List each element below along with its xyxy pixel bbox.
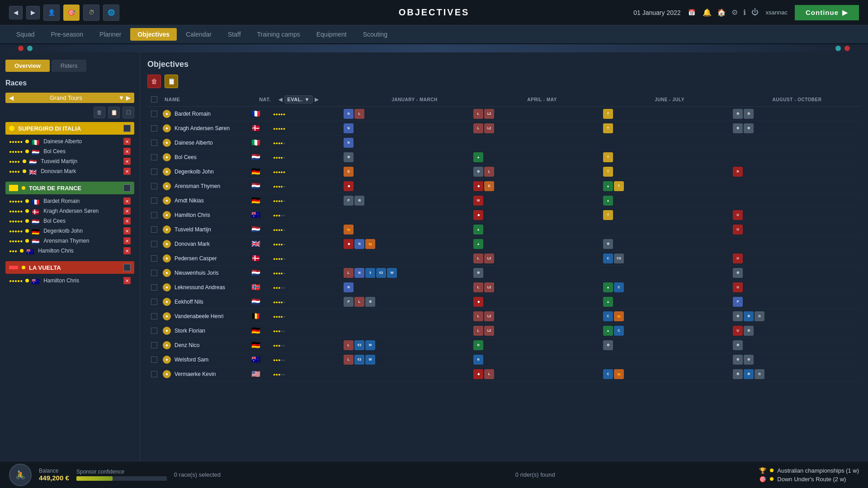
expand-icon[interactable]: ▼ [118,94,124,101]
row-checkbox[interactable] [151,299,157,305]
eval-selector[interactable]: Eval. ▼ [284,95,313,103]
race-badge: N [344,109,354,119]
remove-rider-btn[interactable]: ✕ [123,158,131,165]
tab-planner[interactable]: Planner [92,28,128,41]
info-icon[interactable]: ℹ [743,8,746,17]
rider-flag: 🇦🇺 [251,355,260,364]
select-all-checkbox[interactable] [151,96,157,103]
race-badge: W [365,340,375,350]
row-checkbox[interactable] [151,270,157,276]
row-checkbox[interactable] [151,140,157,146]
event-item-1: 🏆 Australian championships (1 w) [759,467,859,474]
delete-race-tool[interactable]: 🗑 [94,107,105,118]
row-checkbox[interactable] [151,313,157,319]
next-eval-icon[interactable]: ▶ [315,97,319,103]
row-eval-cell: ●●●●● [269,125,342,131]
race-rider-row: ●●●● 🇳🇱 Tusveld Martijn ✕ [5,156,134,166]
remove-rider-btn[interactable]: ✕ [123,168,131,175]
remove-rider-btn[interactable]: ✕ [123,138,131,145]
row-checkbox[interactable] [151,212,157,218]
row-checkbox[interactable] [151,125,157,131]
view-tab-overview[interactable]: Overview [5,60,50,72]
row-checkbox[interactable] [151,255,157,262]
remove-rider-btn[interactable]: ✕ [123,277,131,284]
row-checkbox[interactable] [151,226,157,233]
race-badge: U [733,253,743,263]
row-checkbox[interactable] [151,328,157,334]
prev-eval-icon[interactable]: ◀ [278,97,283,103]
table-row: ● Degenkolb John 🇩🇪 ●●●●● D⚙LTR [147,164,861,179]
row-checkbox[interactable] [151,371,157,377]
continue-button[interactable]: Continue ▶ [795,5,859,20]
row-checkbox[interactable] [151,183,157,189]
race-checkbox-vuelta[interactable] [123,264,131,271]
gear-icon[interactable]: ⚙ [731,8,738,17]
next-category-icon[interactable]: ▶ [126,94,131,101]
row-nat-cell: 🇳🇱 [242,153,269,161]
nav-tabs: Squad Pre-season Planner Objectives Cale… [0,25,868,44]
row-checkbox[interactable] [151,197,157,204]
race-badge: L [344,340,354,350]
rider-name: Nieuwenhuis Joris [175,270,218,276]
squad-nav-icon[interactable]: 👤 [43,5,60,21]
race-checkbox-tdf[interactable] [123,184,131,192]
race-category-selector[interactable]: ◀ Grand Tours ▼ ▶ [5,93,134,103]
forward-button[interactable]: ▶ [26,6,40,19]
row-checkbox[interactable] [151,241,157,247]
period-cell-1: N [472,338,601,352]
tab-calendar[interactable]: Calendar [179,28,219,41]
remove-rider-btn[interactable]: ✕ [123,197,131,205]
row-checkbox[interactable] [151,111,157,117]
tab-objectives[interactable]: Objectives [130,28,177,41]
top-bar-right: 01 January 2022 📅 🔔 🏠 ⚙ ℹ ⏻ xsannac Cont… [633,5,859,20]
remove-rider-btn[interactable]: ✕ [123,237,131,244]
row-periods-cell: ◆TU [342,208,861,222]
add-race-tool[interactable]: 📋 [108,107,120,118]
delete-obj-btn[interactable]: 🗑 [147,75,161,88]
rider-flag: 🇦🇺 [251,211,260,219]
row-checkbox[interactable] [151,169,157,175]
row-periods-cell: LL2▲CU⚙ [342,324,861,338]
view-tab-riders[interactable]: Riders [52,60,87,72]
race-rider-row: ●●●●● 🇩🇪 Degenkolb John ✕ [5,226,134,236]
globe-nav-icon[interactable]: 🌐 [103,5,119,21]
table-row: ● Tusveld Martijn 🇳🇱 ●●●●● 🍊▲U [147,222,861,237]
checkbox-all-tool[interactable]: ☐ [123,107,134,118]
remove-rider-btn[interactable]: ✕ [123,148,131,155]
category-label: Grand Tours [50,94,82,101]
row-checkbox[interactable] [151,154,157,160]
tab-squad[interactable]: Squad [9,28,42,41]
tab-equipment[interactable]: Equipment [309,28,354,41]
power-icon[interactable]: ⏻ [751,8,759,17]
row-nat-cell: 🇳🇴 [242,283,269,291]
race-badge: U [733,225,743,235]
bell-icon[interactable]: 🔔 [703,8,712,17]
rider-flag: 🇳🇱 [251,225,260,234]
tab-staff[interactable]: Staff [221,28,248,41]
period-cell-3 [731,150,861,164]
calendar-icon[interactable]: 📅 [688,9,695,16]
period-cell-3: U [731,208,861,222]
back-button[interactable]: ◀ [9,6,23,19]
race-badge: N [473,355,483,365]
row-checkbox[interactable] [151,342,157,348]
remove-rider-btn[interactable]: ✕ [123,207,131,215]
remove-rider-btn[interactable]: ✕ [123,247,131,254]
race-badge: U [733,282,743,292]
objectives-nav-icon[interactable]: 🎯 [63,5,80,21]
remove-rider-btn[interactable]: ✕ [123,227,131,235]
row-nat-cell: 🇦🇺 [242,211,269,219]
tab-scouting[interactable]: Scouting [356,28,395,41]
home-icon[interactable]: 🏠 [717,8,726,17]
clock-nav-icon[interactable]: ⏱ [83,5,99,21]
race-checkbox-supergiro[interactable] [123,125,131,132]
prev-category-icon[interactable]: ◀ [9,94,14,101]
tab-training-camps[interactable]: Training camps [250,28,307,41]
remove-rider-btn[interactable]: ✕ [123,217,131,225]
priority-dot [25,150,29,153]
row-checkbox[interactable] [151,284,157,291]
row-name-cell: ● Dainese Alberto [161,139,242,147]
add-obj-btn[interactable]: 📋 [165,75,178,88]
row-checkbox[interactable] [151,357,157,363]
tab-preseason[interactable]: Pre-season [43,28,90,41]
